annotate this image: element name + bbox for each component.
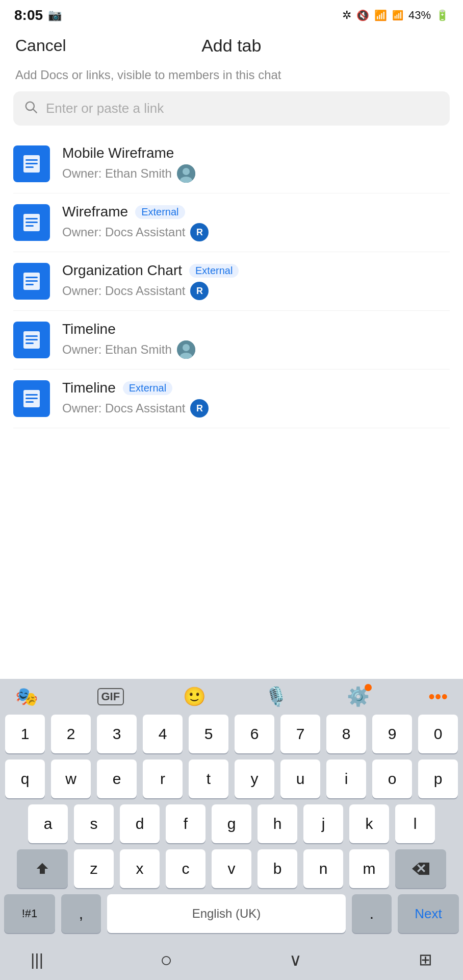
key-i[interactable]: i (326, 760, 366, 798)
svg-rect-15 (25, 280, 38, 282)
cancel-button[interactable]: Cancel (15, 36, 66, 55)
svg-rect-16 (25, 284, 34, 285)
key-j[interactable]: j (303, 804, 343, 843)
list-item[interactable]: Mobile Wireframe Owner: Ethan Smith (13, 135, 450, 193)
key-h[interactable]: h (258, 804, 297, 843)
key-v[interactable]: v (212, 849, 251, 888)
period-key[interactable]: . (352, 894, 392, 933)
owner-avatar (177, 340, 195, 359)
key-3[interactable]: 3 (97, 715, 137, 753)
owner-avatar: R (190, 282, 209, 300)
mic-icon[interactable]: 🎙️ (265, 686, 288, 707)
key-b[interactable]: b (258, 849, 297, 888)
more-icon[interactable]: ••• (428, 686, 448, 707)
search-input[interactable]: Enter or paste a link (46, 101, 164, 116)
key-k[interactable]: k (349, 804, 389, 843)
key-u[interactable]: u (280, 760, 320, 798)
key-e[interactable]: e (97, 760, 137, 798)
key-o[interactable]: o (372, 760, 412, 798)
svg-rect-20 (25, 342, 34, 344)
external-badge: External (189, 264, 239, 278)
doc-icon (13, 145, 50, 182)
owner-avatar: R (190, 399, 209, 418)
key-y[interactable]: y (235, 760, 274, 798)
key-s[interactable]: s (74, 804, 114, 843)
bottom-nav: ||| ○ ∨ ⊞ (0, 939, 463, 980)
key-8[interactable]: 8 (326, 715, 366, 753)
space-key[interactable]: English (UK) (107, 894, 346, 933)
doc-list: Mobile Wireframe Owner: Ethan Smith Wire… (0, 135, 463, 428)
camera-icon: 📷 (48, 9, 62, 22)
key-2[interactable]: 2 (51, 715, 91, 753)
key-g[interactable]: g (212, 804, 251, 843)
key-m[interactable]: m (349, 849, 389, 888)
search-bar[interactable]: Enter or paste a link (13, 91, 450, 126)
doc-info: Organization Chart External Owner: Docs … (62, 262, 450, 300)
back-button[interactable]: ||| (31, 950, 43, 969)
key-l[interactable]: l (395, 804, 435, 843)
key-7[interactable]: 7 (280, 715, 320, 753)
key-w[interactable]: w (51, 760, 91, 798)
search-icon (23, 100, 38, 117)
settings-icon[interactable]: ⚙️ (347, 686, 370, 707)
backspace-key[interactable] (395, 849, 446, 888)
svg-rect-26 (25, 398, 38, 399)
keyboard-keys: 1 2 3 4 5 6 7 8 9 0 q w e r t y u i o p … (0, 713, 463, 933)
key-5[interactable]: 5 (189, 715, 228, 753)
keyboard-button[interactable]: ⊞ (419, 950, 432, 969)
recent-button[interactable]: ∨ (289, 949, 302, 970)
list-item[interactable]: Timeline External Owner: Docs Assistant … (13, 370, 450, 428)
key-p[interactable]: p (418, 760, 458, 798)
key-f[interactable]: f (166, 804, 205, 843)
next-key[interactable]: Next (398, 894, 459, 933)
doc-name: Organization Chart (62, 262, 182, 279)
key-9[interactable]: 9 (372, 715, 412, 753)
asdf-row: a s d f g h j k l (4, 804, 459, 843)
key-t[interactable]: t (189, 760, 228, 798)
keyboard-area: 🎭 GIF 🙂 🎙️ ⚙️ ••• 1 2 3 4 5 6 7 8 9 0 q … (0, 679, 463, 980)
key-n[interactable]: n (303, 849, 343, 888)
key-q[interactable]: q (5, 760, 45, 798)
battery-percent: 43% (408, 9, 431, 22)
svg-rect-10 (25, 218, 38, 219)
svg-point-7 (183, 168, 190, 175)
symbols-key[interactable]: !#1 (4, 894, 55, 933)
key-z[interactable]: z (74, 849, 114, 888)
gif-button[interactable]: GIF (97, 688, 124, 705)
svg-rect-11 (25, 222, 38, 223)
doc-icon (13, 263, 50, 300)
list-item[interactable]: Wireframe External Owner: Docs Assistant… (13, 193, 450, 252)
key-1[interactable]: 1 (5, 715, 45, 753)
key-a[interactable]: a (28, 804, 68, 843)
comma-key[interactable]: , (61, 894, 101, 933)
key-r[interactable]: r (143, 760, 183, 798)
status-bar: 8:05 📷 ✲ 🔇 📶 📶 43% 🔋 (0, 0, 463, 29)
svg-rect-25 (25, 394, 38, 396)
doc-icon (13, 380, 50, 417)
home-button[interactable]: ○ (160, 948, 172, 971)
doc-owner: Owner: Ethan Smith (62, 166, 172, 181)
subtitle-text: Add Docs or links, visible to members in… (0, 63, 463, 91)
key-6[interactable]: 6 (235, 715, 274, 753)
svg-rect-3 (25, 159, 38, 161)
external-badge: External (123, 381, 172, 395)
svg-rect-19 (25, 339, 38, 340)
key-0[interactable]: 0 (418, 715, 458, 753)
owner-avatar (177, 164, 195, 183)
key-c[interactable]: c (166, 849, 205, 888)
shift-key[interactable] (17, 849, 68, 888)
owner-avatar: R (190, 223, 209, 241)
key-4[interactable]: 4 (143, 715, 183, 753)
list-item[interactable]: Timeline Owner: Ethan Smith (13, 311, 450, 370)
bluetooth-icon: ✲ (342, 9, 351, 22)
emoji-icon[interactable]: 🙂 (183, 686, 206, 707)
key-d[interactable]: d (120, 804, 160, 843)
battery-icon: 🔋 (436, 9, 449, 21)
sticker-icon[interactable]: 🎭 (15, 686, 38, 707)
page-title: Add tab (201, 36, 261, 56)
list-item[interactable]: Organization Chart External Owner: Docs … (13, 252, 450, 311)
doc-name: Wireframe (62, 204, 128, 220)
key-x[interactable]: x (120, 849, 160, 888)
svg-line-1 (33, 109, 36, 112)
wifi-icon: 📶 (374, 9, 387, 21)
